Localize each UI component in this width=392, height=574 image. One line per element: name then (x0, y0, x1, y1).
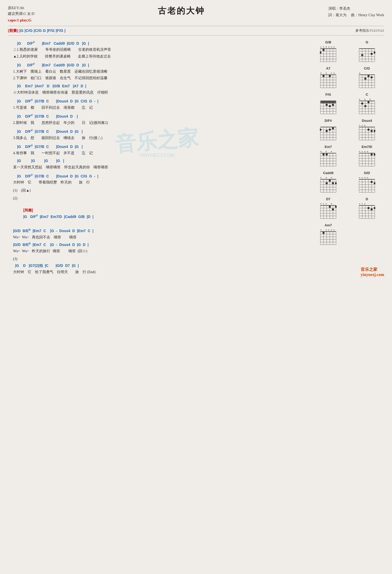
diagram-fg-label: F/G (325, 93, 331, 96)
svg-point-189 (326, 182, 328, 184)
svg-point-138 (374, 130, 375, 132)
diagram-am7-label: Am7 (325, 223, 332, 227)
diagram-d7-svg: x x o o (320, 202, 337, 220)
svg-text:o: o (364, 98, 366, 100)
header-right: 演唱：李圣杰 詞：葛大为 曲：Henry Clay Work (328, 5, 384, 18)
diagram-em7-label: Em7 (325, 145, 332, 149)
chord-row-3a: |G D |G7(2)拍 |C |G/D D7 |G | (8, 263, 308, 268)
lyric-row-7: 4.有些事 我 一时想不起 并不是 忘 记 (8, 150, 308, 156)
svg-text:x: x (359, 176, 360, 179)
svg-point-136 (367, 129, 370, 131)
svg-text:o: o (326, 229, 327, 231)
svg-text:o: o (333, 46, 335, 48)
diagram-am7-svg: x o o o o (320, 228, 337, 246)
diagram-a7-svg: o o o o (320, 71, 337, 89)
svg-text:x: x (362, 203, 363, 205)
diagram-c-svg: x o o (359, 97, 375, 116)
section-2-label: (2) (8, 196, 308, 201)
prelude-chord-string: |G |C/G |C/G G |F/G |F/G | (19, 28, 66, 33)
main-content: |G D/F# |Em7 Cadd9 |G/D D |G | △1.熟悉的老家 … (8, 38, 384, 277)
svg-point-83 (326, 104, 328, 106)
prelude-chords: [前奏] |G |C/G |C/G G |F/G |F/G | (8, 28, 66, 33)
diagram-d-label: D (366, 197, 368, 201)
chord-row-4: |G D/F# |G7/B C |Dsus4 D |G C/G G - | (8, 97, 308, 104)
svg-text:x: x (359, 203, 360, 205)
verse1-block: |G D/F# |Em7 Cadd9 |G/D D |G | △1.熟悉的老家 … (8, 40, 308, 59)
diagram-em7: Em7 o o o (311, 145, 345, 168)
diagram-gb-label: G/B (325, 40, 331, 44)
svg-text:o: o (364, 203, 366, 205)
repeat-mark: (1) (回▲) (8, 188, 308, 193)
svg-point-104 (367, 101, 370, 103)
diagram-dfsharp-label: D/F# (325, 119, 332, 123)
interlude-label: [间奏] |G D/F# |Em7 Em7/D |Cadd9 G/B |D | (8, 202, 308, 225)
svg-text:o: o (367, 176, 368, 179)
diagram-cg-label: C/G (364, 66, 370, 70)
lyrics-section: |G D/F# |Em7 Cadd9 |G/D D |G | △1.熟悉的老家 … (8, 38, 308, 277)
diagram-cadd9-label: Cadd9 (323, 171, 333, 175)
diagram-dsus4-label: Dsus4 (362, 119, 372, 123)
svg-point-228 (332, 208, 334, 210)
svg-point-246 (371, 208, 373, 210)
lyric-row-4: 1.可是谁 都 回不到过去 渐渐都 忘 记 (8, 105, 308, 111)
chord-row-wu2: |G/D B/Eb |Em7 C |G - Dsus4 D |G D | (8, 241, 308, 248)
diagram-d: D x x o (350, 197, 384, 220)
divider-1 (8, 26, 384, 26)
svg-point-20 (322, 49, 325, 51)
section-3-label: (3) (8, 256, 308, 262)
svg-text:o: o (370, 98, 371, 100)
svg-point-191 (332, 182, 334, 184)
svg-point-102 (361, 102, 363, 105)
svg-text:o: o (333, 72, 335, 74)
bridge-block2: |G D/F# |G7/B C |Dsus4 D | 2.那时候 我 忽然怀念起… (8, 113, 308, 126)
diagram-em7d-label: Em7/D (362, 145, 372, 149)
diagram-fg-svg: 3 (320, 97, 337, 116)
svg-text:x: x (323, 203, 324, 205)
svg-text:o: o (331, 229, 332, 231)
svg-text:o: o (326, 72, 327, 74)
svg-point-120 (332, 127, 334, 129)
diagram-a7: A7 o o o o (311, 66, 345, 89)
lyric-row-8: 某一天突然又想起 嘀答嘀答 怀念起天真的你 嘀答嘀答 (8, 164, 308, 170)
svg-point-155 (326, 153, 328, 156)
svg-text:3: 3 (320, 107, 321, 109)
footer-logo-text: 音乐之家 (361, 267, 377, 272)
diagram-em7d-svg: x x o o (359, 150, 375, 168)
singer: 演唱：李圣杰 (328, 5, 384, 12)
svg-text:x: x (320, 203, 321, 205)
footer-url: yinyuezj.com (361, 272, 384, 277)
lyric-wu2: Wu~ Wu~ 昨天的旅行 嘀答 嘀答 (回☆) (8, 248, 308, 254)
diagram-cadd9-svg: x o o (320, 176, 337, 194)
diagram-em7-svg: o o o (320, 150, 337, 168)
bridge-block1: |G D/F# |G7/B C |Dsus4 D |G C/G G - | 1.… (8, 97, 308, 111)
diagram-g: G (350, 40, 384, 63)
prelude-line: [前奏] |G |C/G |C/G G |F/G |F/G | 参考指法:T12… (8, 28, 384, 33)
footer: 音乐之家 yinyuezj.com (361, 267, 384, 277)
svg-text:o: o (320, 150, 322, 153)
diagram-gd: G/D x x o o (350, 171, 384, 194)
svg-point-33 (361, 54, 363, 56)
svg-text:x: x (320, 176, 321, 179)
svg-point-117 (320, 129, 321, 131)
svg-point-227 (329, 206, 331, 208)
wu-block1: |G/D B/Eb |Em7 C |G - Dsus4 D |Em7 C | W… (8, 227, 308, 254)
svg-point-247 (374, 207, 375, 209)
diagram-c: C x o o (350, 93, 384, 116)
diagram-gb: G/B x x o o o o (311, 40, 345, 63)
svg-text:o: o (333, 229, 335, 231)
section-2: (2) [间奏] |G D/F# |Em7 Em7/D |Cadd9 G/B |… (8, 196, 308, 225)
svg-text:x: x (362, 176, 363, 179)
svg-text:o: o (364, 176, 366, 179)
svg-point-209 (371, 181, 373, 183)
diagram-gd-label: G/D (364, 171, 370, 175)
svg-text:o: o (326, 46, 327, 48)
lyric-row-5: 2.那时候 我 忽然怀念起 年少的 日 记(接间奏2) (8, 120, 308, 126)
chord-row-8: |G |G |G |G | (8, 158, 308, 164)
lyric-row-3: ☆大时钟没休息 嘀答嘀答在传递 那是爱的讯息 仔细听 (8, 90, 308, 95)
svg-text:o: o (359, 72, 360, 74)
capo-info: capo:1 play;G (8, 17, 34, 23)
diagram-dsus4-svg: x x o (359, 123, 375, 142)
chord-row-9: |G D/F# |G7/B C |Dsus4 D |G C/G G - | (8, 173, 308, 179)
svg-point-245 (367, 207, 370, 209)
bridge-block4: |G D/F# |G7/B C |Dsus4 D |G | 4.有些事 我 一时… (8, 143, 308, 156)
